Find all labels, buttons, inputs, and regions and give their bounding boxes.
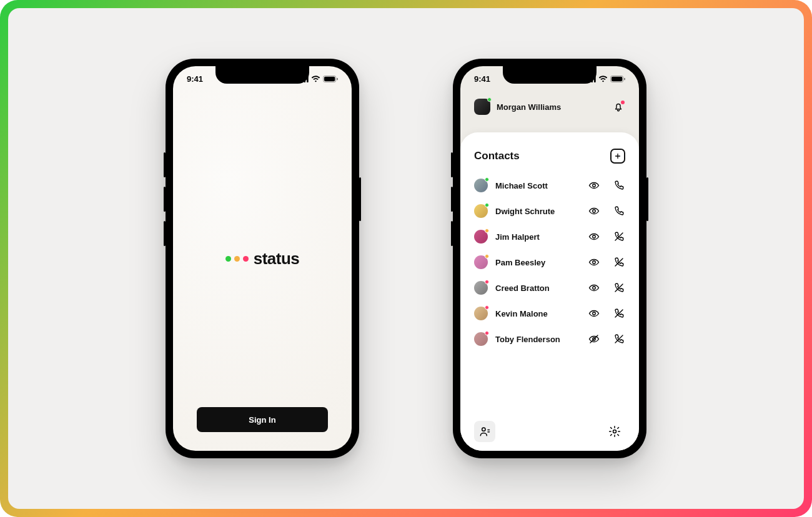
contacts-screen: Morgan Williams Contacts <box>460 66 639 451</box>
visibility-button[interactable] <box>588 282 600 294</box>
eye-icon <box>588 282 600 293</box>
contacts-icon <box>478 425 491 438</box>
sign-in-button[interactable]: Sign In <box>197 407 328 432</box>
nav-settings-button[interactable] <box>604 421 625 442</box>
screen-contacts: 9:41 Morgan Williams <box>460 66 639 451</box>
contacts-card: Contacts Michael ScottDwight SchruteJim … <box>460 132 639 451</box>
status-dot-icon <box>487 97 492 102</box>
eye-icon <box>588 231 600 242</box>
gear-icon <box>608 425 621 438</box>
phone-icon <box>613 205 625 217</box>
visibility-button[interactable] <box>588 333 600 345</box>
logo-dot-green <box>225 256 231 262</box>
wifi-icon <box>598 76 608 82</box>
visibility-button[interactable] <box>588 230 600 243</box>
contact-row[interactable]: Creed Bratton <box>474 281 625 295</box>
notifications-button[interactable] <box>611 100 625 114</box>
call-button[interactable] <box>613 256 625 268</box>
logo-dot-red <box>243 256 249 262</box>
contact-actions <box>588 205 625 217</box>
call-button[interactable] <box>613 307 625 320</box>
visibility-button[interactable] <box>588 307 600 320</box>
contacts-title: Contacts <box>474 150 520 162</box>
statusbar-time: 9:41 <box>474 74 490 84</box>
visibility-button[interactable] <box>588 205 600 217</box>
call-button[interactable] <box>613 282 625 294</box>
contact-row[interactable]: Jim Halpert <box>474 230 625 244</box>
contact-avatar <box>474 255 488 269</box>
canvas: 9:41 status <box>8 8 804 509</box>
battery-icon <box>610 76 625 82</box>
status-dot-icon <box>485 254 489 258</box>
phone-icon <box>613 180 625 191</box>
contact-row[interactable]: Pam Beesley <box>474 255 625 269</box>
contact-actions <box>588 282 625 294</box>
screen-splash: 9:41 status <box>173 66 352 451</box>
nav-contacts-button[interactable] <box>474 421 495 442</box>
app-logo: status <box>225 249 300 268</box>
contacts-card-header: Contacts <box>474 149 625 164</box>
device-notch <box>215 66 309 84</box>
call-button[interactable] <box>613 230 625 243</box>
contact-avatar <box>474 204 488 218</box>
visibility-button[interactable] <box>588 179 600 192</box>
status-dot-icon <box>485 229 489 233</box>
device-notch <box>503 66 597 84</box>
contact-avatar <box>474 230 488 244</box>
me-avatar[interactable] <box>474 99 490 115</box>
add-contact-button[interactable] <box>610 149 625 164</box>
contact-actions <box>588 256 625 268</box>
gradient-frame: 9:41 status <box>0 0 812 517</box>
contacts-list: Michael ScottDwight SchruteJim HalpertPa… <box>474 179 625 413</box>
contact-row[interactable]: Dwight Schrute <box>474 204 625 218</box>
status-dot-icon <box>485 305 489 310</box>
contact-name: Pam Beesley <box>495 258 580 267</box>
contact-name: Jim Halpert <box>495 232 580 242</box>
contact-actions <box>588 230 625 243</box>
logo-dots <box>225 256 249 262</box>
eye-icon <box>588 257 600 268</box>
contact-name: Creed Bratton <box>495 283 580 293</box>
statusbar-time: 9:41 <box>187 74 203 84</box>
contact-actions <box>588 307 625 320</box>
plus-icon <box>613 152 622 160</box>
contact-name: Toby Flenderson <box>495 335 580 344</box>
status-dot-icon <box>485 203 489 207</box>
phone-contacts: 9:41 Morgan Williams <box>453 59 646 458</box>
eye-off-icon <box>588 333 600 345</box>
phone-off-icon <box>613 333 625 345</box>
eye-icon <box>588 308 600 319</box>
contact-actions <box>588 179 625 192</box>
call-button[interactable] <box>613 179 625 192</box>
logo-text: status <box>254 249 300 268</box>
status-dot-icon <box>485 280 489 284</box>
contact-avatar <box>474 307 488 320</box>
me-name: Morgan Williams <box>497 102 605 112</box>
contact-row[interactable]: Kevin Malone <box>474 307 625 320</box>
contact-row[interactable]: Michael Scott <box>474 179 625 192</box>
phone-off-icon <box>613 257 625 268</box>
eye-icon <box>588 205 600 217</box>
phone-off-icon <box>613 282 625 293</box>
battery-icon <box>323 76 338 82</box>
bottom-nav <box>474 413 625 442</box>
profile-header: Morgan Williams <box>460 99 639 115</box>
splash-footer: Sign In <box>173 407 352 432</box>
wifi-icon <box>311 76 320 82</box>
eye-icon <box>588 180 600 191</box>
call-button[interactable] <box>613 205 625 217</box>
status-dot-icon <box>485 177 489 182</box>
call-button[interactable] <box>613 333 625 345</box>
contact-row[interactable]: Toby Flenderson <box>474 332 625 346</box>
status-dot-icon <box>485 331 489 335</box>
phone-splash: 9:41 status <box>166 59 359 458</box>
splash-body: status <box>173 66 352 451</box>
contact-name: Michael Scott <box>495 181 580 190</box>
phone-off-icon <box>613 308 625 319</box>
visibility-button[interactable] <box>588 256 600 268</box>
phone-off-icon <box>613 231 625 242</box>
contact-actions <box>588 333 625 345</box>
contact-name: Kevin Malone <box>495 309 580 318</box>
contact-avatar <box>474 179 488 192</box>
logo-dot-yellow <box>234 256 240 262</box>
